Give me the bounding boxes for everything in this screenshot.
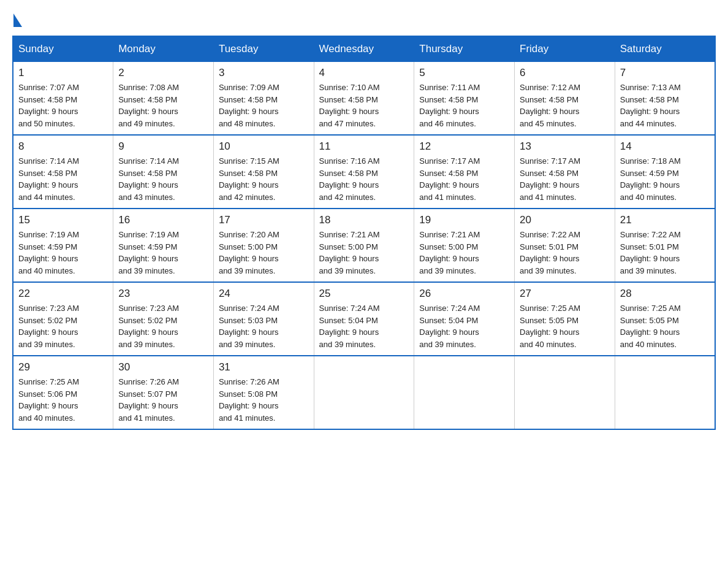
day-info: Sunrise: 7:12 AM Sunset: 4:58 PM Dayligh… [520,82,610,129]
day-number: 21 [620,214,710,226]
day-info: Sunrise: 7:25 AM Sunset: 5:06 PM Dayligh… [18,376,108,424]
weekday-header-sunday: Sunday [13,36,113,62]
day-number: 19 [419,214,509,226]
day-number: 28 [620,288,710,300]
day-info: Sunrise: 7:22 AM Sunset: 5:01 PM Dayligh… [620,229,710,277]
calendar-cell: 27 Sunrise: 7:25 AM Sunset: 5:05 PM Dayl… [515,282,615,356]
day-info: Sunrise: 7:15 AM Sunset: 4:58 PM Dayligh… [219,155,309,203]
day-info: Sunrise: 7:26 AM Sunset: 5:08 PM Dayligh… [219,376,309,424]
calendar-table: SundayMondayTuesdayWednesdayThursdayFrid… [12,36,716,430]
calendar-cell: 11 Sunrise: 7:16 AM Sunset: 4:58 PM Dayl… [314,135,414,209]
day-info: Sunrise: 7:14 AM Sunset: 4:58 PM Dayligh… [18,155,108,203]
day-info: Sunrise: 7:25 AM Sunset: 5:05 PM Dayligh… [620,302,710,350]
day-info: Sunrise: 7:23 AM Sunset: 5:02 PM Dayligh… [118,302,208,350]
calendar-cell: 18 Sunrise: 7:21 AM Sunset: 5:00 PM Dayl… [314,209,414,282]
day-info: Sunrise: 7:20 AM Sunset: 5:00 PM Dayligh… [219,229,309,277]
day-info: Sunrise: 7:21 AM Sunset: 5:00 PM Dayligh… [419,229,509,277]
week-row-2: 8 Sunrise: 7:14 AM Sunset: 4:58 PM Dayli… [13,135,715,209]
day-number: 18 [319,214,409,226]
week-row-3: 15 Sunrise: 7:19 AM Sunset: 4:59 PM Dayl… [13,209,715,282]
week-row-5: 29 Sunrise: 7:25 AM Sunset: 5:06 PM Dayl… [13,356,715,429]
day-number: 15 [18,214,108,226]
calendar-cell: 13 Sunrise: 7:17 AM Sunset: 4:58 PM Dayl… [515,135,615,209]
day-info: Sunrise: 7:23 AM Sunset: 5:02 PM Dayligh… [18,302,108,350]
day-info: Sunrise: 7:16 AM Sunset: 4:58 PM Dayligh… [319,155,409,203]
calendar-cell: 15 Sunrise: 7:19 AM Sunset: 4:59 PM Dayl… [13,209,113,282]
day-number: 29 [18,361,108,373]
day-info: Sunrise: 7:14 AM Sunset: 4:58 PM Dayligh… [118,155,208,203]
day-number: 8 [18,140,108,153]
day-info: Sunrise: 7:17 AM Sunset: 4:58 PM Dayligh… [419,155,509,203]
day-info: Sunrise: 7:08 AM Sunset: 4:58 PM Dayligh… [118,82,208,129]
calendar-cell: 3 Sunrise: 7:09 AM Sunset: 4:58 PM Dayli… [213,62,314,136]
page-header [12,12,716,26]
day-number: 20 [520,214,610,226]
weekday-header-monday: Monday [113,36,214,62]
day-info: Sunrise: 7:19 AM Sunset: 4:59 PM Dayligh… [18,229,108,277]
calendar-cell: 2 Sunrise: 7:08 AM Sunset: 4:58 PM Dayli… [113,62,214,136]
calendar-cell: 16 Sunrise: 7:19 AM Sunset: 4:59 PM Dayl… [113,209,214,282]
calendar-cell: 21 Sunrise: 7:22 AM Sunset: 5:01 PM Dayl… [615,209,715,282]
logo-triangle-icon [13,13,22,27]
day-info: Sunrise: 7:17 AM Sunset: 4:58 PM Dayligh… [520,155,610,203]
day-info: Sunrise: 7:25 AM Sunset: 5:05 PM Dayligh… [520,302,610,350]
calendar-cell: 14 Sunrise: 7:18 AM Sunset: 4:59 PM Dayl… [615,135,715,209]
calendar-cell: 31 Sunrise: 7:26 AM Sunset: 5:08 PM Dayl… [213,356,314,429]
day-number: 10 [219,140,309,153]
day-number: 4 [319,67,409,79]
calendar-cell: 12 Sunrise: 7:17 AM Sunset: 4:58 PM Dayl… [414,135,515,209]
day-info: Sunrise: 7:24 AM Sunset: 5:04 PM Dayligh… [419,302,509,350]
day-info: Sunrise: 7:24 AM Sunset: 5:03 PM Dayligh… [219,302,309,350]
calendar-cell: 17 Sunrise: 7:20 AM Sunset: 5:00 PM Dayl… [213,209,314,282]
calendar-cell: 30 Sunrise: 7:26 AM Sunset: 5:07 PM Dayl… [113,356,214,429]
calendar-cell: 10 Sunrise: 7:15 AM Sunset: 4:58 PM Dayl… [213,135,314,209]
calendar-cell: 19 Sunrise: 7:21 AM Sunset: 5:00 PM Dayl… [414,209,515,282]
week-row-1: 1 Sunrise: 7:07 AM Sunset: 4:58 PM Dayli… [13,62,715,136]
calendar-cell: 20 Sunrise: 7:22 AM Sunset: 5:01 PM Dayl… [515,209,615,282]
day-number: 22 [18,288,108,300]
day-number: 24 [219,288,309,300]
calendar-cell: 29 Sunrise: 7:25 AM Sunset: 5:06 PM Dayl… [13,356,113,429]
calendar-cell [615,356,715,429]
day-info: Sunrise: 7:13 AM Sunset: 4:58 PM Dayligh… [620,82,710,129]
day-number: 14 [620,140,710,153]
calendar-cell: 22 Sunrise: 7:23 AM Sunset: 5:02 PM Dayl… [13,282,113,356]
calendar-cell: 5 Sunrise: 7:11 AM Sunset: 4:58 PM Dayli… [414,62,515,136]
day-number: 3 [219,67,309,79]
day-number: 9 [118,140,208,153]
day-info: Sunrise: 7:21 AM Sunset: 5:00 PM Dayligh… [319,229,409,277]
weekday-header-saturday: Saturday [615,36,715,62]
day-number: 17 [219,214,309,226]
calendar-cell: 1 Sunrise: 7:07 AM Sunset: 4:58 PM Dayli… [13,62,113,136]
day-info: Sunrise: 7:18 AM Sunset: 4:59 PM Dayligh… [620,155,710,203]
day-info: Sunrise: 7:11 AM Sunset: 4:58 PM Dayligh… [419,82,509,129]
day-number: 12 [419,140,509,153]
day-number: 16 [118,214,208,226]
day-info: Sunrise: 7:26 AM Sunset: 5:07 PM Dayligh… [118,376,208,424]
calendar-cell: 6 Sunrise: 7:12 AM Sunset: 4:58 PM Dayli… [515,62,615,136]
day-info: Sunrise: 7:07 AM Sunset: 4:58 PM Dayligh… [18,82,108,129]
weekday-header-row: SundayMondayTuesdayWednesdayThursdayFrid… [13,36,715,62]
day-number: 11 [319,140,409,153]
day-number: 27 [520,288,610,300]
calendar-cell: 8 Sunrise: 7:14 AM Sunset: 4:58 PM Dayli… [13,135,113,209]
day-info: Sunrise: 7:24 AM Sunset: 5:04 PM Dayligh… [319,302,409,350]
week-row-4: 22 Sunrise: 7:23 AM Sunset: 5:02 PM Dayl… [13,282,715,356]
calendar-cell [414,356,515,429]
calendar-cell: 24 Sunrise: 7:24 AM Sunset: 5:03 PM Dayl… [213,282,314,356]
calendar-cell: 23 Sunrise: 7:23 AM Sunset: 5:02 PM Dayl… [113,282,214,356]
calendar-cell: 4 Sunrise: 7:10 AM Sunset: 4:58 PM Dayli… [314,62,414,136]
day-number: 13 [520,140,610,153]
day-number: 5 [419,67,509,79]
calendar-cell: 7 Sunrise: 7:13 AM Sunset: 4:58 PM Dayli… [615,62,715,136]
day-number: 30 [118,361,208,373]
day-number: 1 [18,67,108,79]
day-info: Sunrise: 7:10 AM Sunset: 4:58 PM Dayligh… [319,82,409,129]
logo [12,12,22,26]
day-info: Sunrise: 7:19 AM Sunset: 4:59 PM Dayligh… [118,229,208,277]
day-number: 7 [620,67,710,79]
calendar-cell: 26 Sunrise: 7:24 AM Sunset: 5:04 PM Dayl… [414,282,515,356]
day-info: Sunrise: 7:22 AM Sunset: 5:01 PM Dayligh… [520,229,610,277]
calendar-cell: 9 Sunrise: 7:14 AM Sunset: 4:58 PM Dayli… [113,135,214,209]
day-number: 23 [118,288,208,300]
